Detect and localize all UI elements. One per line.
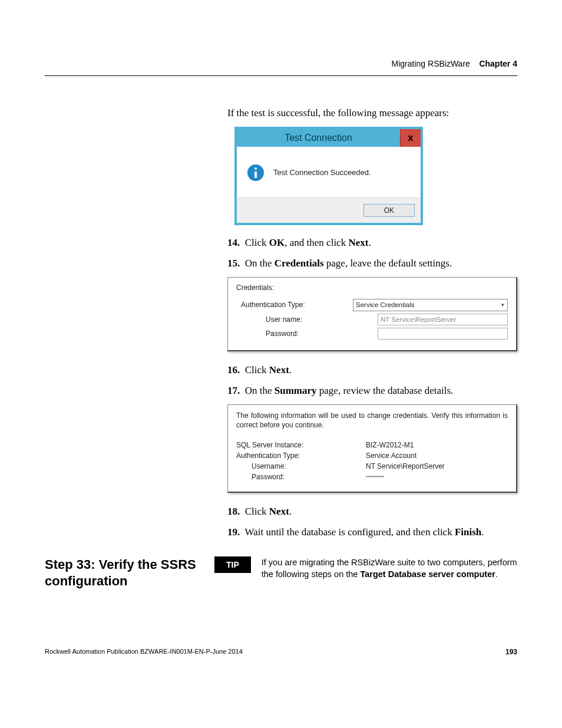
step-16: 16. Click Next. [227,362,517,378]
username-label: User name: [236,315,378,324]
credentials-panel: Credentials: Authentication Type: Servic… [227,277,517,351]
dialog-title-text: Test Connection [237,129,400,147]
tip-block: TIP If you are migrating the RSBizWare s… [214,556,517,581]
dialog-message: Test Connection Succeeded. [273,168,371,177]
step-17: 17. On the Summary page, review the data… [227,383,517,398]
step-list-2: 16. Click Next. 17. On the Summary page,… [227,362,517,398]
step-list-1: 14. Click OK, and then click Next. 15. O… [227,235,517,271]
header-rule [45,75,517,76]
username-input[interactable]: NT Service\ReportServer [378,314,508,325]
step-15: 15. On the Credentials page, leave the d… [227,255,517,271]
page-header: Migrating RSBizWare Chapter 4 [45,59,517,68]
publication-id: Rockwell Automation Publication BZWARE-I… [45,648,243,656]
summary-pass-label: Password: [236,473,366,481]
ok-button[interactable]: OK [363,204,415,217]
summary-panel: The following information will be used t… [227,404,517,492]
summary-intro: The following information will be used t… [236,411,508,430]
auth-type-value: Service Credentials [353,301,498,308]
password-label: Password: [236,330,378,338]
dialog-body: Test Connection Succeeded. [237,147,421,197]
password-input[interactable] [378,328,508,340]
step-list-3: 18. Click Next. 19. Wait until the datab… [227,503,517,540]
auth-type-dropdown[interactable]: Service Credentials ▾ [353,299,508,311]
page-footer: Rockwell Automation Publication BZWARE-I… [45,648,517,656]
intro-text: If the test is successful, the following… [227,106,517,121]
step33-row: Step 33: Verify the SSRS configuration T… [45,556,517,589]
document-page: Migrating RSBizWare Chapter 4 If the tes… [0,0,562,686]
tip-text: If you are migrating the RSBizWare suite… [262,556,517,581]
summary-user-label: Username: [236,462,366,470]
dialog-footer: OK [237,197,421,223]
dialog-titlebar: Test Connection x [237,129,421,147]
summary-user-value: NT Service\ReportServer [366,462,508,470]
page-number: 193 [505,648,517,656]
step-14: 14. Click OK, and then click Next. [227,235,517,251]
sql-instance-value: BIZ-W2012-M1 [366,441,508,449]
step-18: 18. Click Next. [227,503,517,519]
summary-auth-value: Service Account [366,452,508,460]
step33-title: Step 33: Verify the SSRS configuration [45,556,198,589]
main-content: If the test is successful, the following… [227,106,517,540]
tip-badge: TIP [214,556,251,573]
sql-instance-label: SQL Server Instance: [236,441,366,449]
auth-type-label: Authentication Type: [236,301,353,309]
summary-auth-label: Authentication Type: [236,452,366,460]
chevron-down-icon: ▾ [498,302,507,308]
summary-pass-value: ********** [366,473,508,481]
test-connection-dialog: Test Connection x Test Connection Succee… [234,127,423,225]
chapter-label: Chapter 4 [479,59,517,68]
credentials-title: Credentials: [236,284,508,292]
info-icon [247,164,264,181]
close-icon[interactable]: x [400,129,421,147]
step-19: 19. Wait until the database is configure… [227,524,517,540]
breadcrumb: Migrating RSBizWare [392,59,470,68]
